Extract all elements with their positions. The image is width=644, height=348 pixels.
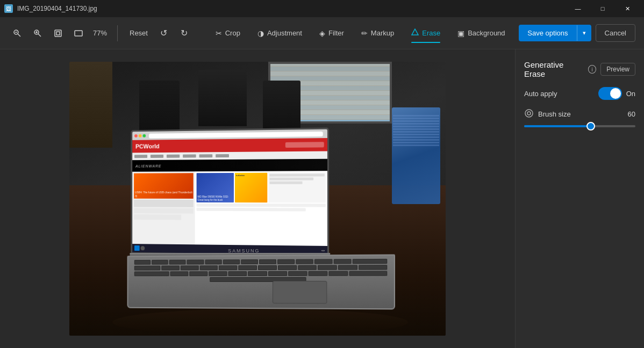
- article-row: WD Blue SN500 NVMe SSD: Great bang for t…: [197, 172, 326, 202]
- toggle-knob: [610, 88, 621, 99]
- titlebar-controls: — □ ✕: [566, 0, 640, 17]
- save-options-button[interactable]: Save options ▾: [519, 25, 591, 41]
- filter-label: Filter: [328, 29, 344, 37]
- adjustment-label: Adjustment: [267, 29, 302, 37]
- redo-button[interactable]: ↻: [176, 25, 193, 42]
- article-2: turbotax: [235, 173, 267, 202]
- aspect-ratio-button[interactable]: [70, 25, 87, 42]
- background-icon: ▣: [457, 29, 464, 38]
- panel-title: Generative Erase: [524, 60, 584, 78]
- toolbar-divider: [117, 25, 118, 41]
- app-icon: 🖼: [4, 4, 13, 13]
- right-panel: Generative Erase i Preview Auto apply On…: [515, 49, 644, 348]
- brush-slider-container: [524, 125, 635, 127]
- crop-icon: ✂: [216, 29, 222, 38]
- wall-left: [69, 62, 112, 148]
- laptop-base: [127, 255, 395, 310]
- brush-section: Brush size 60: [524, 108, 635, 127]
- crop-label: Crop: [225, 29, 240, 37]
- toggle-on-label: On: [626, 90, 635, 98]
- adjustment-icon: ◑: [257, 29, 264, 38]
- laptop-scene: PCWorld: [69, 62, 446, 336]
- slider-thumb[interactable]: [586, 122, 595, 130]
- zoom-out-button[interactable]: [9, 25, 26, 42]
- svg-rect-9: [75, 31, 82, 36]
- auto-apply-row: Auto apply On: [524, 87, 635, 100]
- svg-marker-10: [412, 29, 418, 35]
- toolbar-tools: ✂ Crop ◑ Adjustment ◈ Filter ✏ Markup Er…: [204, 24, 517, 42]
- svg-rect-7: [55, 30, 61, 37]
- keyboard-area: [128, 256, 393, 284]
- erase-label: Erase: [422, 29, 440, 37]
- toggle-container: On: [598, 87, 635, 100]
- save-main-button[interactable]: Save options: [519, 25, 576, 41]
- brush-icon: [524, 108, 534, 120]
- background-label: Background: [468, 29, 505, 37]
- toolbar-actions: Save options ▾ Cancel: [519, 24, 635, 42]
- left-content: USB4: The future of USB chaos (and Thund…: [132, 171, 195, 253]
- table-reflection: [112, 309, 408, 336]
- erase-tool-button[interactable]: Erase: [404, 24, 448, 42]
- reset-button[interactable]: Reset: [125, 25, 152, 42]
- maximize-button[interactable]: □: [590, 0, 615, 17]
- svg-point-12: [527, 112, 531, 115]
- laptop-brand: SAMSUNG: [228, 248, 260, 253]
- toolbar: 77% Reset ↺ ↻ ✂ Crop ◑ Adjustment ◈ Filt…: [0, 17, 644, 49]
- laptop-screen: PCWorld: [131, 128, 329, 257]
- canvas-area[interactable]: PCWorld: [0, 49, 515, 348]
- svg-rect-8: [56, 32, 60, 35]
- main-content: PCWorld: [0, 49, 644, 348]
- undo-button[interactable]: ↺: [155, 25, 173, 42]
- alienware-banner: ALIENWARE: [132, 159, 327, 172]
- brush-value: 60: [628, 110, 635, 118]
- info-icon[interactable]: i: [588, 65, 596, 74]
- fit-to-window-button[interactable]: [49, 25, 67, 42]
- save-arrow-button[interactable]: ▾: [577, 25, 591, 41]
- cancel-button[interactable]: Cancel: [596, 24, 635, 42]
- photo-container: PCWorld: [69, 62, 446, 336]
- chair-2: [198, 70, 247, 126]
- background-tool-button[interactable]: ▣ Background: [450, 25, 512, 42]
- minimize-button[interactable]: —: [566, 0, 590, 17]
- brush-size-row: Brush size 60: [524, 108, 635, 120]
- slider-track: [524, 125, 635, 127]
- auto-apply-label: Auto apply: [524, 90, 557, 98]
- article-3: [268, 172, 326, 202]
- svg-point-11: [525, 110, 533, 117]
- slider-fill: [524, 125, 591, 127]
- content-area: USB4: The future of USB chaos (and Thund…: [132, 171, 327, 255]
- article-1: WD Blue SN500 NVMe SSD: Great bang for t…: [197, 173, 234, 202]
- titlebar: 🖼 IMG_20190404_141730.jpg — □ ✕: [0, 0, 644, 17]
- markup-label: Markup: [371, 29, 394, 37]
- markup-tool-button[interactable]: ✏ Markup: [354, 25, 402, 42]
- toolbar-zoom-controls: 77% Reset ↺ ↻: [9, 25, 193, 42]
- pcworld-header: PCWorld: [132, 138, 327, 153]
- preview-button[interactable]: Preview: [600, 63, 635, 76]
- photo-image: PCWorld: [69, 62, 446, 336]
- erase-icon: [411, 28, 419, 38]
- article-img-1: USB4: The future of USB chaos (and Thund…: [134, 173, 194, 199]
- svg-line-4: [38, 34, 41, 37]
- auto-apply-toggle[interactable]: [598, 87, 622, 100]
- blue-object-texture: [392, 113, 440, 204]
- markup-icon: ✏: [361, 29, 368, 38]
- brush-label: Brush size: [538, 110, 624, 118]
- filter-icon: ◈: [319, 29, 325, 38]
- close-button[interactable]: ✕: [615, 0, 640, 17]
- chair-1: [139, 81, 180, 132]
- adjustment-tool-button[interactable]: ◑ Adjustment: [250, 25, 310, 42]
- titlebar-title: IMG_20190404_141730.jpg: [17, 5, 97, 12]
- svg-line-1: [18, 34, 20, 37]
- crop-tool-button[interactable]: ✂ Crop: [208, 25, 248, 42]
- zoom-in-button[interactable]: [29, 25, 46, 42]
- touchpad: [273, 281, 327, 304]
- panel-header: Generative Erase i Preview: [524, 60, 635, 78]
- main-content-area: WD Blue SN500 NVMe SSD: Great bang for t…: [195, 171, 327, 255]
- titlebar-left: 🖼 IMG_20190404_141730.jpg: [4, 4, 97, 13]
- filter-tool-button[interactable]: ◈ Filter: [312, 25, 352, 42]
- chair-3: [263, 81, 300, 132]
- zoom-level: 77%: [90, 29, 110, 37]
